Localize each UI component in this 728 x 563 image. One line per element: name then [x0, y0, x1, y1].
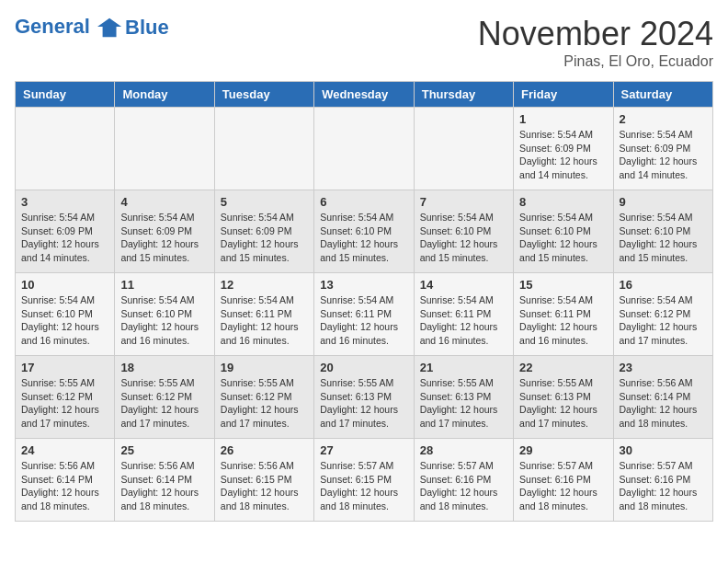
- day-info: Sunrise: 5:56 AM Sunset: 6:14 PM Dayligh…: [620, 376, 707, 431]
- day-number: 25: [120, 443, 208, 457]
- calendar-cell: 5Sunrise: 5:54 AM Sunset: 6:09 PM Daylig…: [214, 190, 313, 273]
- day-number: 23: [620, 361, 707, 374]
- day-info: Sunrise: 5:54 AM Sunset: 6:09 PM Dayligh…: [620, 128, 707, 182]
- day-number: 26: [221, 443, 308, 457]
- day-info: Sunrise: 5:54 AM Sunset: 6:11 PM Dayligh…: [320, 293, 407, 348]
- calendar-cell: [314, 108, 414, 190]
- day-number: 30: [620, 443, 707, 457]
- calendar-cell: 1Sunrise: 5:54 AM Sunset: 6:09 PM Daylig…: [514, 108, 613, 190]
- day-info: Sunrise: 5:55 AM Sunset: 6:13 PM Dayligh…: [519, 376, 607, 431]
- day-of-week-header: Wednesday: [314, 82, 414, 108]
- day-of-week-header: Tuesday: [214, 82, 313, 108]
- calendar-cell: 15Sunrise: 5:54 AM Sunset: 6:11 PM Dayli…: [514, 273, 613, 356]
- calendar-cell: [414, 108, 513, 190]
- month-title: November 2024: [478, 15, 713, 53]
- day-info: Sunrise: 5:54 AM Sunset: 6:10 PM Dayligh…: [519, 211, 607, 265]
- day-info: Sunrise: 5:55 AM Sunset: 6:13 PM Dayligh…: [320, 376, 407, 431]
- day-info: Sunrise: 5:56 AM Sunset: 6:14 PM Dayligh…: [120, 459, 208, 513]
- day-info: Sunrise: 5:54 AM Sunset: 6:12 PM Dayligh…: [620, 293, 707, 348]
- day-number: 3: [21, 195, 108, 209]
- calendar-cell: 2Sunrise: 5:54 AM Sunset: 6:09 PM Daylig…: [613, 108, 712, 190]
- day-number: 2: [620, 112, 707, 126]
- calendar-cell: 29Sunrise: 5:57 AM Sunset: 6:16 PM Dayli…: [514, 439, 613, 522]
- day-number: 1: [519, 112, 607, 126]
- day-number: 28: [420, 443, 507, 457]
- calendar-cell: 9Sunrise: 5:54 AM Sunset: 6:10 PM Daylig…: [613, 190, 712, 273]
- day-number: 8: [519, 195, 607, 209]
- day-of-week-header: Monday: [115, 82, 214, 108]
- day-number: 29: [519, 443, 607, 457]
- day-number: 18: [120, 361, 208, 374]
- calendar-cell: 13Sunrise: 5:54 AM Sunset: 6:11 PM Dayli…: [314, 273, 414, 356]
- day-info: Sunrise: 5:54 AM Sunset: 6:09 PM Dayligh…: [519, 128, 607, 182]
- location: Pinas, El Oro, Ecuador: [478, 53, 713, 70]
- calendar-cell: 14Sunrise: 5:54 AM Sunset: 6:11 PM Dayli…: [414, 273, 513, 356]
- day-info: Sunrise: 5:57 AM Sunset: 6:15 PM Dayligh…: [320, 459, 407, 513]
- day-info: Sunrise: 5:57 AM Sunset: 6:16 PM Dayligh…: [620, 459, 707, 513]
- calendar-cell: 8Sunrise: 5:54 AM Sunset: 6:10 PM Daylig…: [514, 190, 613, 273]
- calendar-week-row: 24Sunrise: 5:56 AM Sunset: 6:14 PM Dayli…: [16, 439, 713, 522]
- day-info: Sunrise: 5:54 AM Sunset: 6:09 PM Dayligh…: [120, 211, 208, 265]
- day-info: Sunrise: 5:54 AM Sunset: 6:09 PM Dayligh…: [21, 211, 108, 265]
- calendar-cell: 6Sunrise: 5:54 AM Sunset: 6:10 PM Daylig…: [314, 190, 414, 273]
- day-info: Sunrise: 5:54 AM Sunset: 6:10 PM Dayligh…: [420, 211, 507, 265]
- calendar-cell: 26Sunrise: 5:56 AM Sunset: 6:15 PM Dayli…: [214, 439, 313, 522]
- day-number: 9: [620, 195, 707, 209]
- day-info: Sunrise: 5:54 AM Sunset: 6:11 PM Dayligh…: [519, 293, 607, 348]
- calendar-cell: 16Sunrise: 5:54 AM Sunset: 6:12 PM Dayli…: [613, 273, 712, 356]
- calendar-cell: 18Sunrise: 5:55 AM Sunset: 6:12 PM Dayli…: [115, 356, 214, 439]
- calendar-week-row: 3Sunrise: 5:54 AM Sunset: 6:09 PM Daylig…: [16, 190, 713, 273]
- page-header: General Blue November 2024 Pinas, El Oro…: [15, 15, 713, 70]
- svg-marker-0: [97, 18, 121, 38]
- calendar-week-row: 17Sunrise: 5:55 AM Sunset: 6:12 PM Dayli…: [16, 356, 713, 439]
- calendar-cell: 4Sunrise: 5:54 AM Sunset: 6:09 PM Daylig…: [115, 190, 214, 273]
- day-info: Sunrise: 5:57 AM Sunset: 6:16 PM Dayligh…: [519, 459, 607, 513]
- calendar-cell: 20Sunrise: 5:55 AM Sunset: 6:13 PM Dayli…: [314, 356, 414, 439]
- calendar-cell: [115, 108, 214, 190]
- day-number: 11: [120, 278, 208, 292]
- day-info: Sunrise: 5:54 AM Sunset: 6:11 PM Dayligh…: [221, 293, 308, 348]
- logo-blue: Blue: [125, 17, 169, 39]
- calendar-week-row: 1Sunrise: 5:54 AM Sunset: 6:09 PM Daylig…: [16, 108, 713, 190]
- calendar-cell: 3Sunrise: 5:54 AM Sunset: 6:09 PM Daylig…: [16, 190, 115, 273]
- day-info: Sunrise: 5:54 AM Sunset: 6:11 PM Dayligh…: [420, 293, 507, 348]
- calendar-cell: 12Sunrise: 5:54 AM Sunset: 6:11 PM Dayli…: [214, 273, 313, 356]
- calendar-cell: [16, 108, 115, 190]
- day-number: 10: [21, 278, 108, 292]
- calendar-cell: 28Sunrise: 5:57 AM Sunset: 6:16 PM Dayli…: [414, 439, 513, 522]
- day-number: 5: [221, 195, 308, 209]
- calendar-header-row: SundayMondayTuesdayWednesdayThursdayFrid…: [16, 82, 713, 108]
- calendar-cell: 23Sunrise: 5:56 AM Sunset: 6:14 PM Dayli…: [613, 356, 712, 439]
- day-of-week-header: Thursday: [414, 82, 513, 108]
- day-info: Sunrise: 5:55 AM Sunset: 6:12 PM Dayligh…: [120, 376, 208, 431]
- calendar-cell: 21Sunrise: 5:55 AM Sunset: 6:13 PM Dayli…: [414, 356, 513, 439]
- calendar-cell: 10Sunrise: 5:54 AM Sunset: 6:10 PM Dayli…: [16, 273, 115, 356]
- day-info: Sunrise: 5:54 AM Sunset: 6:10 PM Dayligh…: [620, 211, 707, 265]
- day-number: 15: [519, 278, 607, 292]
- calendar-cell: 19Sunrise: 5:55 AM Sunset: 6:12 PM Dayli…: [214, 356, 313, 439]
- day-number: 6: [320, 195, 407, 209]
- calendar-cell: [214, 108, 313, 190]
- day-number: 20: [320, 361, 407, 374]
- calendar-week-row: 10Sunrise: 5:54 AM Sunset: 6:10 PM Dayli…: [16, 273, 713, 356]
- calendar-cell: 7Sunrise: 5:54 AM Sunset: 6:10 PM Daylig…: [414, 190, 513, 273]
- day-number: 21: [420, 361, 507, 374]
- day-info: Sunrise: 5:54 AM Sunset: 6:10 PM Dayligh…: [120, 293, 208, 348]
- day-info: Sunrise: 5:56 AM Sunset: 6:15 PM Dayligh…: [221, 459, 308, 513]
- logo-text: General: [15, 15, 123, 40]
- calendar-cell: 25Sunrise: 5:56 AM Sunset: 6:14 PM Dayli…: [115, 439, 214, 522]
- day-number: 24: [21, 443, 108, 457]
- day-number: 16: [620, 278, 707, 292]
- day-info: Sunrise: 5:54 AM Sunset: 6:09 PM Dayligh…: [221, 211, 308, 265]
- calendar-body: 1Sunrise: 5:54 AM Sunset: 6:09 PM Daylig…: [16, 108, 713, 522]
- day-info: Sunrise: 5:56 AM Sunset: 6:14 PM Dayligh…: [21, 459, 108, 513]
- day-of-week-header: Sunday: [16, 82, 115, 108]
- calendar-table: SundayMondayTuesdayWednesdayThursdayFrid…: [15, 81, 713, 522]
- logo: General Blue: [15, 15, 169, 40]
- day-of-week-header: Friday: [514, 82, 613, 108]
- day-info: Sunrise: 5:54 AM Sunset: 6:10 PM Dayligh…: [21, 293, 108, 348]
- calendar-cell: 24Sunrise: 5:56 AM Sunset: 6:14 PM Dayli…: [16, 439, 115, 522]
- day-number: 27: [320, 443, 407, 457]
- logo-icon: [97, 15, 123, 40]
- calendar-cell: 30Sunrise: 5:57 AM Sunset: 6:16 PM Dayli…: [613, 439, 712, 522]
